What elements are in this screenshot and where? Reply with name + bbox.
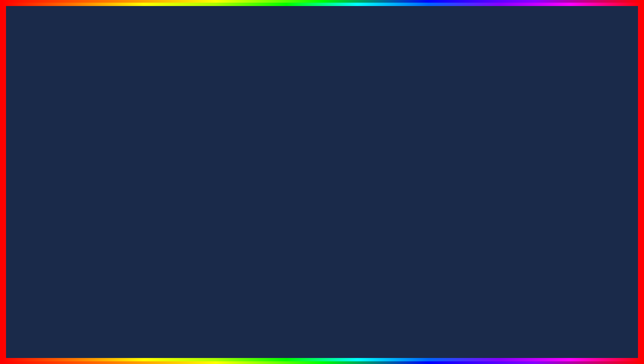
item2-checkbox[interactable] [436, 117, 441, 122]
script-word: SCRIPT [262, 314, 399, 353]
gui-back-dropdown-arrow: ▼ [434, 159, 438, 164]
eps-raid-icon: ⚔️ [201, 168, 206, 173]
update-text-container: UPDATE 20 SCRIPT PASTEBIN [3, 316, 641, 351]
auto-farm-checkbox[interactable] [359, 165, 364, 171]
refresh-weapon-button[interactable]: Refresh Weapon [255, 151, 364, 162]
sidebar-buy-item-label: Buy Item [209, 181, 226, 186]
free-nokey-container: FREE NO KEY!! [194, 88, 309, 149]
logo-bl: BL [554, 279, 577, 296]
main-container: BLOX FRUITS FREE NO KEY!! Blox Fruit EPS… [0, 0, 644, 364]
auto-farm-row: Auto Farm [255, 164, 364, 172]
item3-checkbox[interactable] [436, 126, 441, 132]
logo-ox: OX [577, 279, 602, 296]
item-last-checkbox[interactable] [436, 172, 441, 178]
sidebar-user: 🙂 Sky #3908 [197, 202, 250, 217]
gui-back-title-right: EPS-Raid [419, 93, 441, 99]
separator-2 [255, 175, 364, 175]
teleport-raidlab-checkbox[interactable] [436, 107, 441, 112]
title-container: BLOX FRUITS [3, 9, 641, 79]
sidebar-devilfruit-label: DevilFruit [209, 156, 227, 161]
item5-checkbox[interactable] [436, 146, 441, 151]
main-title: BLOX FRUITS [3, 9, 641, 79]
user-info: Sky #3908 [213, 205, 224, 214]
weapon-dropdown-arrow: ▼ [357, 117, 361, 121]
update-word: UPDATE [49, 314, 199, 353]
sidebar-setting-label: Setting [209, 193, 222, 198]
auto-superhuman-checkbox[interactable] [359, 188, 364, 193]
sidebar-item-devilfruit[interactable]: ⚙️ DevilFruit [197, 152, 250, 165]
devilfruit-icon: ⚙️ [201, 156, 206, 161]
item4-checkbox[interactable] [436, 136, 441, 141]
sidebar-eps-raid-label: EPS-Raid [209, 168, 228, 173]
sidebar-item-setting[interactable]: ⚙️ Setting [197, 189, 250, 202]
setting-icon: ⚙️ [201, 193, 206, 198]
user-avatar: 🙂 [201, 205, 210, 214]
update-number: 20 [210, 314, 251, 353]
auto-superhuman-row: Auto Superhuman [255, 186, 364, 195]
separator-1 [255, 148, 364, 149]
auto-superhuman-label: Auto Superhuman [255, 188, 290, 193]
redeem-exp-row: Redeem Exp Code [255, 178, 364, 186]
username: Sky [213, 205, 224, 209]
sidebar-item-eps-raid[interactable]: ⚔️ EPS-Raid [197, 165, 250, 177]
avatar-icon: 🙂 [203, 207, 209, 212]
auto-farm-label: Auto Farm [255, 166, 275, 171]
buy-item-icon: 🛒 [201, 180, 206, 186]
pastebin-word: PASTEBIN [410, 314, 595, 353]
sidebar-item-buy-item[interactable]: 🛒 Buy Item [197, 177, 250, 189]
redeem-exp-label: Redeem Exp Code [255, 180, 292, 185]
method-dropdown-arrow: ▲ [357, 137, 361, 142]
user-tag: #3908 [213, 209, 224, 214]
character [29, 114, 170, 321]
